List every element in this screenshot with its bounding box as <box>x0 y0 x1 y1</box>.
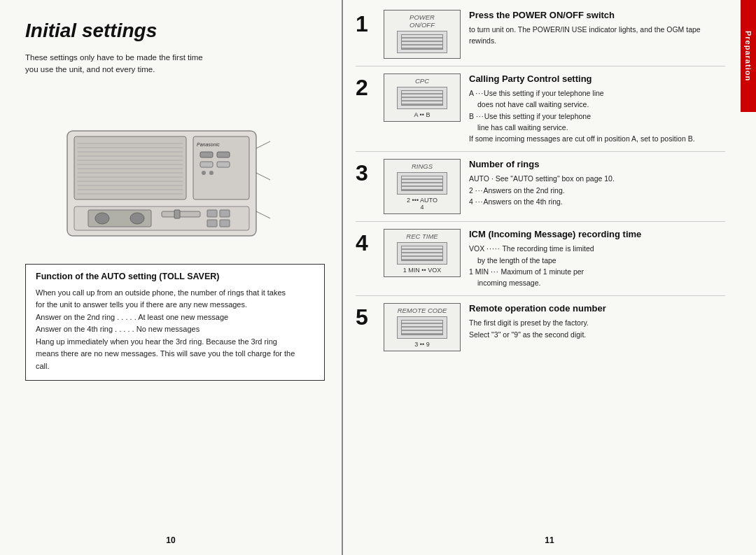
intro-text: These settings only have to be made the … <box>25 52 325 76</box>
step-5-sub: 3 •• 9 <box>388 341 456 348</box>
device-illustration: Panasonic <box>46 89 270 250</box>
left-page: Initial settings These settings only hav… <box>0 0 343 555</box>
preparation-tab: Preparation <box>741 0 756 112</box>
step-3-text: AUTO · See "AUTO setting" box on page 10… <box>469 173 725 207</box>
step-3-switch-lines <box>401 176 443 191</box>
step-5-label: REMOTE CODE <box>388 307 456 314</box>
step-5-switch-lines <box>401 320 443 335</box>
step-5-number: 5 <box>356 306 378 328</box>
svg-line-33 <box>256 141 270 148</box>
step-4-label: REC TIME <box>388 232 456 240</box>
step-4-title: ICM (Incoming Message) recording time <box>469 229 725 239</box>
svg-line-34 <box>256 173 270 180</box>
step-2-switch <box>397 87 447 109</box>
step-1-switch-lines <box>401 34 443 50</box>
step-1-description: Press the POWER ON/OFF switch to turn un… <box>469 10 725 47</box>
svg-text:Panasonic: Panasonic <box>197 142 220 147</box>
step-2-sub: A •• B <box>388 111 456 118</box>
step-5-text: The first digit is preset by the factory… <box>469 317 725 340</box>
page-number-right: 11 <box>545 535 554 545</box>
svg-rect-28 <box>174 210 180 218</box>
step-5-title: Remote operation code number <box>469 303 725 314</box>
svg-point-26 <box>130 213 144 224</box>
step-3-title: Number of rings <box>469 159 725 169</box>
step-3-number: 3 <box>356 162 378 184</box>
step-4-sub: 1 MIN •• VOX <box>388 267 456 274</box>
step-4-switch <box>397 242 447 265</box>
step-1-control: POWERON/OFF <box>384 10 461 59</box>
step-3-control: RINGS 2 ••• AUTO4 <box>384 159 461 214</box>
step-5-switch <box>397 316 447 339</box>
step-3-description: Number of rings AUTO · See "AUTO setting… <box>469 159 725 207</box>
step-4-control: REC TIME 1 MIN •• VOX <box>384 229 461 277</box>
step-1-title: Press the POWER ON/OFF switch <box>469 10 725 20</box>
svg-rect-20 <box>217 162 230 167</box>
step-4-text: VOX ····· The recording time is limited … <box>469 243 725 288</box>
step-2-label: CPC <box>388 77 456 85</box>
step-1-number: 1 <box>356 13 378 35</box>
step-3-row: 3 RINGS 2 ••• AUTO4 Number of rings AUTO… <box>356 159 725 222</box>
page-title: Initial settings <box>25 20 325 42</box>
step-2-number: 2 <box>356 76 378 99</box>
svg-point-21 <box>202 171 206 175</box>
step-5-row: 5 REMOTE CODE 3 •• 9 Remote operation co… <box>356 303 725 358</box>
svg-rect-18 <box>217 152 230 157</box>
step-4-description: ICM (Incoming Message) recording time VO… <box>469 229 725 288</box>
step-3-sub: 2 ••• AUTO4 <box>388 197 456 211</box>
step-1-switch <box>397 31 447 53</box>
step-4-number: 4 <box>356 232 378 254</box>
auto-box: Function of the AUTO setting (TOLL SAVER… <box>25 264 325 381</box>
step-5-description: Remote operation code number The first d… <box>469 303 725 340</box>
step-4-switch-lines <box>401 246 443 261</box>
svg-rect-32 <box>220 220 230 227</box>
right-page: Preparation 1 POWERON/OFF Press the POWE… <box>343 0 756 555</box>
step-1-row: 1 POWERON/OFF Press the POWER ON/OFF swi… <box>356 10 725 66</box>
step-2-description: Calling Party Control setting A ···Use t… <box>469 73 725 144</box>
svg-rect-30 <box>220 210 230 217</box>
svg-rect-17 <box>200 152 213 157</box>
step-1-label: POWERON/OFF <box>388 13 456 29</box>
step-2-control: CPC A •• B <box>384 73 461 122</box>
svg-line-35 <box>256 211 270 218</box>
svg-rect-29 <box>207 210 217 217</box>
step-3-label: RINGS <box>388 162 456 170</box>
step-3-switch <box>397 172 447 195</box>
step-2-title: Calling Party Control setting <box>469 73 725 84</box>
step-1-text: to turn unit on. The POWER/IN USE indica… <box>469 24 725 47</box>
steps-container: 1 POWERON/OFF Press the POWER ON/OFF swi… <box>356 10 725 358</box>
step-2-text: A ···Use this setting if your telephone … <box>469 87 725 144</box>
page-number-left: 10 <box>166 535 175 545</box>
step-4-row: 4 REC TIME 1 MIN •• VOX ICM (Incoming Me… <box>356 229 725 296</box>
auto-box-title: Function of the AUTO setting (TOLL SAVER… <box>36 272 314 281</box>
svg-point-22 <box>209 171 214 175</box>
svg-rect-31 <box>207 220 217 227</box>
svg-rect-27 <box>162 211 200 217</box>
auto-box-text: When you call up from an outside phone, … <box>36 287 314 373</box>
step-5-control: REMOTE CODE 3 •• 9 <box>384 303 461 351</box>
step-2-switch-lines <box>401 90 443 106</box>
svg-rect-19 <box>200 162 213 167</box>
svg-point-25 <box>95 213 109 224</box>
step-2-row: 2 CPC A •• B Calling Party Control setti… <box>356 73 725 152</box>
